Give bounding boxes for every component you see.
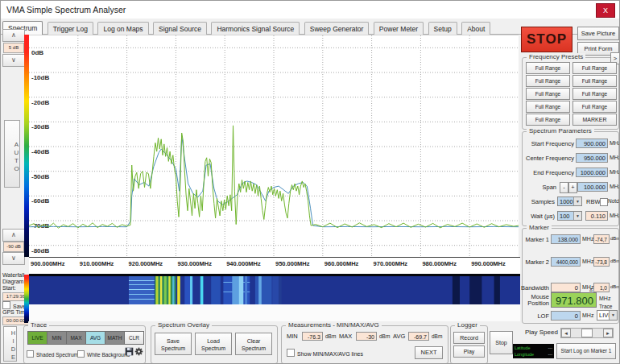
preset-button-marker[interactable]: MARKER xyxy=(572,114,617,126)
span-plus-button[interactable]: + xyxy=(568,182,577,193)
marker1-level-field: -74,7 xyxy=(593,234,610,244)
white-background-label: White Background xyxy=(87,352,130,358)
preset-button-7[interactable]: Full Range xyxy=(526,101,570,113)
preset-button-6[interactable]: Full Range xyxy=(572,88,617,100)
tab-signal-source[interactable]: Signal Source xyxy=(153,22,207,35)
slider-thumb[interactable] xyxy=(581,329,593,337)
wait-label: Wait (µs) xyxy=(516,213,555,220)
save-picture-button[interactable]: Save Picture xyxy=(577,27,619,40)
record-button[interactable]: Record xyxy=(453,332,485,344)
play-speed-slider[interactable]: ◄ ► xyxy=(560,328,614,338)
chevron-down-icon[interactable]: ▼ xyxy=(573,197,581,205)
checkbox-icon[interactable] xyxy=(2,301,10,309)
white-background-checkbox[interactable]: White Background xyxy=(77,350,130,358)
marker2-level-unit: dBm xyxy=(610,259,620,263)
samples-label: Samples xyxy=(516,198,555,205)
scale-floor-value[interactable]: -90 dB xyxy=(3,242,24,252)
preset-button-9[interactable]: Full Range xyxy=(526,114,570,126)
clear-spectrum-button[interactable]: Clear Spectrum xyxy=(235,333,272,355)
trace-math-button[interactable]: MATH xyxy=(105,331,125,345)
stop-button[interactable]: STOP xyxy=(521,27,572,52)
span-label: Span xyxy=(516,184,556,191)
checkbox-icon[interactable] xyxy=(77,350,85,358)
trace-min-button[interactable]: MIN xyxy=(47,331,67,345)
min-unit: dBm xyxy=(325,333,336,339)
center-frequency-field[interactable]: 950.000 xyxy=(576,153,608,163)
trace-dropdown[interactable]: LIVE▼ xyxy=(597,310,618,321)
scale-top-up-button[interactable]: ∧ xyxy=(2,29,25,42)
load-spectrum-button[interactable]: Load Spectrum xyxy=(195,333,232,355)
preset-button-2[interactable]: Full Range xyxy=(572,62,617,74)
x-axis-label: 910.000MHz xyxy=(80,260,114,267)
spectrum-plot[interactable]: 0dB-10dB-20dB-30dB-40dB-50dB-60dB-70dB-8… xyxy=(29,35,519,258)
tab-setup[interactable]: Setup xyxy=(428,22,457,35)
samples-dropdown[interactable]: 1000▼ xyxy=(557,196,582,206)
marker1-frequency-field[interactable]: 138,000 xyxy=(551,234,581,244)
lof-unit: MHz xyxy=(582,312,593,318)
tab-harmonics-signal-source[interactable]: Harmonics Signal Source xyxy=(211,22,300,35)
bandwidth-field: 0 xyxy=(551,283,581,292)
close-button[interactable]: X xyxy=(596,3,615,18)
show-minmaxavg-checkbox[interactable]: Show MIN/MAX/AVG lines xyxy=(287,349,363,358)
marker1-label: Marker 1 xyxy=(521,236,549,243)
start-log-marker1-button[interactable]: Start Log on Marker 1 xyxy=(556,343,616,359)
lof-field[interactable]: 0 xyxy=(551,311,581,321)
trace-live-button[interactable]: LIVE xyxy=(27,331,48,345)
marker2-frequency-field[interactable]: 4400,000 xyxy=(551,257,581,267)
slider-right-arrow[interactable]: ► xyxy=(603,329,613,337)
span-field[interactable]: 100.000 xyxy=(577,182,608,192)
show-minmaxavg-label: Show MIN/MAX/AVG lines xyxy=(297,351,363,357)
preset-button-1[interactable]: Full Range xyxy=(526,62,570,74)
hide-button[interactable]: HIDE xyxy=(3,326,17,362)
mouse-position-unit: MHz xyxy=(599,296,610,301)
wait-dropdown[interactable]: 100▼ xyxy=(557,211,582,221)
notch-label: Notch xyxy=(608,198,620,204)
preset-button-5[interactable]: Full Range xyxy=(526,88,570,100)
logger-stop-button[interactable]: Stop xyxy=(490,331,513,354)
tab-log-on-maps[interactable]: Log on Maps xyxy=(97,22,148,35)
start-frequency-unit: MHz xyxy=(610,140,620,146)
auto-scale-button[interactable]: AUTO xyxy=(4,120,20,188)
end-frequency-unit: MHz xyxy=(610,169,620,175)
x-axis-label: 920.000MHz xyxy=(129,260,163,267)
slider-left-arrow[interactable]: ◄ xyxy=(561,329,571,337)
scale-top-value[interactable]: 5 dB xyxy=(3,43,24,53)
save-trace-icon[interactable] xyxy=(125,347,134,356)
end-frequency-field[interactable]: 1000.000 xyxy=(576,168,608,177)
notch-checkbox[interactable] xyxy=(600,198,608,206)
checkbox-icon[interactable] xyxy=(27,350,34,358)
chevron-down-icon[interactable]: ▼ xyxy=(609,311,617,320)
trace-group-title: Trace xyxy=(28,321,49,329)
tab-sweep-generator[interactable]: Sweep Generator xyxy=(304,22,370,35)
play-button[interactable]: Play xyxy=(453,345,485,358)
svg-text:-10dB: -10dB xyxy=(31,74,49,81)
scale-top-down-button[interactable]: ∨ xyxy=(2,54,25,67)
spectrum-parameters-title: Spectrum Parameters xyxy=(527,127,594,134)
preset-button-3[interactable]: Full Range xyxy=(526,75,570,87)
trace-max-button[interactable]: MAX xyxy=(66,331,86,345)
longitude-value: --- xyxy=(548,351,553,358)
mouse-position-value: 971.800 xyxy=(551,292,597,308)
trace-avg-button[interactable]: AVG xyxy=(85,331,105,345)
start-frequency-field[interactable]: 900.000 xyxy=(576,139,608,148)
scale-floor-up-button[interactable]: ∧ xyxy=(2,229,25,242)
tab-about[interactable]: About xyxy=(461,22,490,35)
marker-title: Marker xyxy=(527,224,552,231)
preset-button-8[interactable]: Full Range xyxy=(572,101,617,113)
tab-trigger-log[interactable]: Trigger Log xyxy=(48,22,93,35)
span-minus-button[interactable]: - xyxy=(560,182,568,193)
trace-clr-button[interactable]: CLR xyxy=(124,331,144,345)
gear-icon[interactable] xyxy=(134,347,143,356)
shaded-spectrum-checkbox[interactable]: Shaded Spectrum xyxy=(27,350,78,358)
end-frequency-label: End Frequency xyxy=(516,169,574,176)
waterfall-diagram[interactable] xyxy=(29,274,520,304)
marker2-level-field: -73,8 xyxy=(593,257,610,267)
preset-button-4[interactable]: Full Range xyxy=(572,75,617,87)
checkbox-icon[interactable] xyxy=(287,349,295,357)
next-button[interactable]: NEXT xyxy=(415,346,443,359)
scale-floor-down-button[interactable]: ∨ xyxy=(2,252,25,265)
chevron-down-icon[interactable]: ▼ xyxy=(573,212,581,220)
tab-power-meter[interactable]: Power Meter xyxy=(374,22,424,35)
latitude-value: --- xyxy=(548,345,553,351)
save-spectrum-button[interactable]: Save Spectrum xyxy=(155,333,192,355)
